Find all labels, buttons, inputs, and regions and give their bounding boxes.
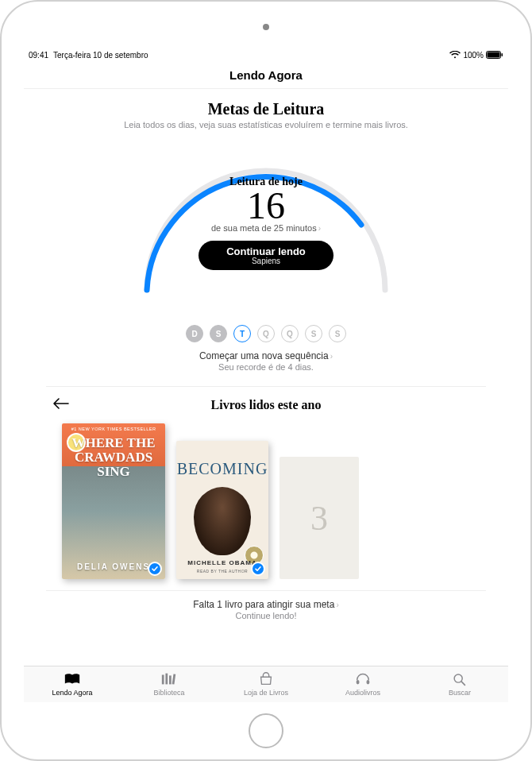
bestseller-tag: #1 NEW YORK TIMES BESTSELLER: [71, 427, 156, 431]
tab-label: Buscar: [449, 689, 471, 697]
day-circle: D: [186, 325, 203, 342]
status-time: 09:41: [29, 51, 48, 60]
screen: 09:41 Terça-feira 10 de setembro 100% Le…: [24, 48, 508, 702]
tab-lendo-agora[interactable]: Lendo Agora: [24, 666, 121, 702]
day-circle: S: [305, 325, 322, 342]
book-placeholder[interactable]: 3: [279, 457, 359, 579]
day-circle: T: [233, 325, 251, 342]
author-photo: [194, 487, 251, 555]
yearly-goal-link[interactable]: Falta 1 livro para atingir sua meta›: [24, 599, 508, 610]
svg-point-9: [454, 674, 462, 682]
tab-biblioteca[interactable]: Biblioteca: [121, 666, 218, 702]
gauge-minutes: 16: [115, 187, 417, 225]
svg-rect-4: [165, 674, 168, 685]
gauge-target-link[interactable]: de sua meta de 25 minutos›: [115, 223, 417, 233]
book-title: WHERE THE CRAWDADS SING: [62, 436, 165, 479]
books-heading: Livros lidos este ano: [211, 398, 322, 412]
battery-icon: [486, 51, 503, 59]
day-circle: Q: [281, 325, 299, 342]
status-bar: 09:41 Terça-feira 10 de setembro 100%: [24, 48, 508, 62]
tab-buscar[interactable]: Buscar: [411, 666, 508, 702]
tab-icon: [257, 672, 275, 688]
checkmark-icon: [148, 562, 162, 576]
tab-icon: [64, 672, 81, 688]
chevron-right-icon: ›: [330, 352, 333, 361]
books-shelf[interactable]: #1 NEW YORK TIMES BESTSELLER WHERE THE C…: [24, 412, 508, 590]
chevron-right-icon: ›: [336, 601, 338, 609]
ipad-frame: 09:41 Terça-feira 10 de setembro 100% Le…: [0, 0, 532, 761]
back-arrow-icon[interactable]: [52, 398, 70, 412]
book-cover[interactable]: #1 NEW YORK TIMES BESTSELLER WHERE THE C…: [62, 423, 165, 579]
week-days-row: DSTQQSS: [24, 325, 508, 342]
tab-label: Lendo Agora: [52, 689, 92, 697]
divider: [46, 590, 486, 591]
tab-icon: [160, 672, 178, 688]
tab-icon: [354, 672, 372, 688]
checkmark-icon: [251, 562, 265, 576]
battery-percent: 100%: [463, 51, 484, 60]
page-title: Lendo Agora: [229, 68, 303, 82]
start-streak-link[interactable]: Começar uma nova sequência›: [24, 350, 508, 361]
book-cover[interactable]: BECOMING MICHELLE OBAMA READ BY THE AUTH…: [176, 441, 268, 579]
tab-bar: Lendo AgoraBibliotecaLoja de LivrosAudio…: [24, 666, 508, 702]
day-circle: S: [329, 325, 346, 342]
tab-label: Loja de Livros: [244, 689, 288, 697]
svg-rect-7: [357, 680, 360, 685]
nav-bar: Lendo Agora: [24, 62, 508, 89]
wifi-icon: [449, 51, 461, 59]
device-camera: [263, 24, 269, 30]
reading-gauge[interactable]: Leitura de hoje 16 de sua meta de 25 min…: [115, 139, 417, 314]
tab-audiolivros[interactable]: Audiolivros: [314, 666, 411, 702]
placeholder-number: 3: [310, 498, 328, 539]
chevron-right-icon: ›: [318, 224, 321, 233]
streak-record: Seu recorde é de 4 dias.: [24, 362, 508, 372]
goals-sub: Leia todos os dias, veja suas estatístic…: [24, 118, 508, 129]
content-scroll[interactable]: Metas de Leitura Leia todos os dias, vej…: [24, 89, 508, 666]
continue-reading-button[interactable]: Continuar lendo Sapiens: [199, 241, 333, 270]
svg-rect-8: [367, 680, 370, 685]
svg-rect-1: [488, 52, 500, 58]
day-circle: Q: [257, 325, 275, 342]
tab-label: Biblioteca: [153, 689, 184, 697]
svg-rect-6: [172, 674, 176, 684]
day-circle: S: [210, 325, 227, 342]
yearly-goal-sub: Continue lendo!: [24, 611, 508, 644]
tab-label: Audiolivros: [345, 689, 380, 697]
svg-rect-3: [162, 675, 164, 685]
svg-rect-5: [169, 675, 172, 684]
book-title: BECOMING: [176, 460, 268, 478]
tab-loja-de-livros[interactable]: Loja de Livros: [218, 666, 314, 702]
svg-rect-2: [502, 53, 503, 56]
home-button[interactable]: [249, 713, 283, 748]
status-date: Terça-feira 10 de setembro: [53, 51, 148, 60]
goals-heading: Metas de Leitura: [24, 100, 508, 118]
tab-icon: [451, 672, 468, 688]
